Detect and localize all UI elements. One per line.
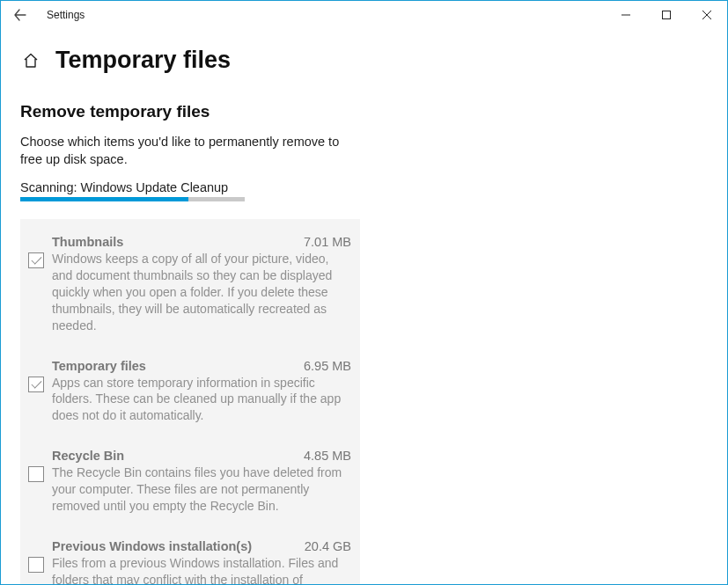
list-item: Thumbnails7.01 MBWindows keeps a copy of… (20, 219, 360, 342)
item-size: 7.01 MB (304, 235, 351, 249)
list-item: Previous Windows installation(s)20.4 GBF… (20, 523, 360, 585)
page-title: Temporary files (55, 47, 231, 74)
minimize-icon (621, 11, 630, 19)
item-list: Thumbnails7.01 MBWindows keeps a copy of… (20, 219, 360, 585)
item-head: Thumbnails7.01 MB (52, 235, 351, 249)
section-title: Remove temporary files (20, 102, 360, 121)
home-button[interactable] (20, 50, 41, 71)
item-head: Previous Windows installation(s)20.4 GB (52, 539, 351, 553)
checkbox-wrap (24, 235, 48, 333)
item-title: Previous Windows installation(s) (52, 539, 252, 553)
checkbox-wrap (24, 539, 48, 585)
item-head: Temporary files6.95 MB (52, 359, 351, 373)
item-desc: Files from a previous Windows installati… (52, 555, 351, 585)
window-controls (606, 1, 727, 29)
item-size: 4.85 MB (304, 449, 351, 463)
item-title: Recycle Bin (52, 449, 124, 463)
maximize-icon (662, 11, 671, 19)
item-body: Temporary files6.95 MBApps can store tem… (48, 359, 351, 425)
item-body: Previous Windows installation(s)20.4 GBF… (48, 539, 351, 585)
item-size: 20.4 GB (305, 539, 351, 553)
back-arrow-icon (14, 9, 26, 21)
item-title: Thumbnails (52, 235, 123, 249)
checkbox[interactable] (28, 466, 44, 482)
window-title: Settings (47, 9, 85, 21)
progress-bar (20, 197, 245, 201)
maximize-button[interactable] (646, 1, 687, 29)
checkbox-wrap (24, 359, 48, 425)
checkbox-wrap (24, 449, 48, 515)
item-head: Recycle Bin4.85 MB (52, 449, 351, 463)
item-desc: Apps can store temporary information in … (52, 375, 351, 425)
item-body: Recycle Bin4.85 MBThe Recycle Bin contai… (48, 449, 351, 515)
checkbox[interactable] (28, 377, 44, 392)
item-body: Thumbnails7.01 MBWindows keeps a copy of… (48, 235, 351, 333)
scan-status: Scanning: Windows Update Cleanup (20, 180, 360, 194)
progress-fill (20, 197, 188, 201)
page-header: Temporary files (1, 29, 727, 83)
item-size: 6.95 MB (304, 359, 351, 373)
item-title: Temporary files (52, 359, 146, 373)
minimize-button[interactable] (606, 1, 646, 29)
back-button[interactable] (8, 9, 33, 21)
list-item: Temporary files6.95 MBApps can store tem… (20, 343, 360, 434)
section-description: Choose which items you'd like to permane… (20, 134, 346, 168)
close-button[interactable] (687, 1, 727, 29)
checkbox[interactable] (28, 252, 44, 268)
home-icon (22, 52, 40, 69)
checkbox[interactable] (28, 557, 44, 573)
content: Remove temporary files Choose which item… (1, 83, 379, 585)
svg-rect-1 (663, 11, 671, 19)
item-desc: The Recycle Bin contains files you have … (52, 464, 351, 515)
item-desc: Windows keeps a copy of all of your pict… (52, 251, 351, 333)
close-icon (702, 11, 711, 19)
list-item: Recycle Bin4.85 MBThe Recycle Bin contai… (20, 433, 360, 523)
